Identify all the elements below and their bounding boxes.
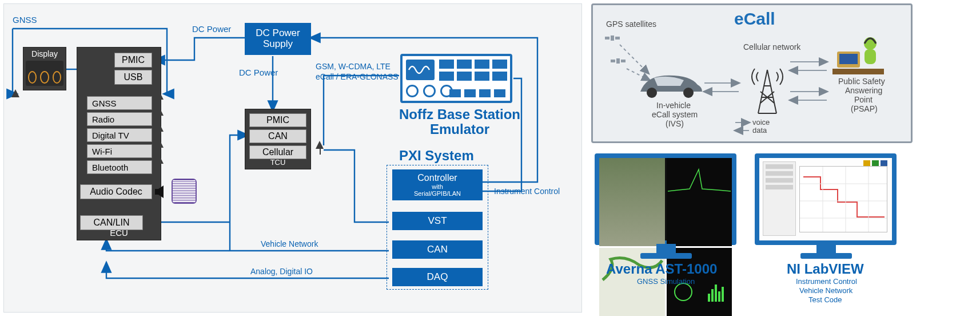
antenna-icon	[156, 92, 164, 100]
svg-rect-9	[839, 54, 858, 64]
bse-icon	[400, 54, 512, 103]
svg-rect-5	[616, 58, 620, 64]
pxi-title: PXI System	[399, 148, 474, 164]
tcu-can: CAN	[249, 129, 306, 143]
svg-rect-0	[605, 37, 609, 40]
ecall-psap-1: Public Safety	[838, 77, 885, 86]
ast-title: Averna AST-1000	[606, 261, 717, 277]
ast-monitor	[595, 153, 736, 245]
svg-rect-1	[615, 37, 620, 40]
ecu-gnss: GNSS	[87, 96, 152, 110]
ecu-dtv: Digital TV	[87, 128, 152, 142]
svg-rect-3	[611, 60, 615, 62]
ecu-usb: USB	[114, 70, 152, 85]
svg-rect-4	[621, 60, 626, 62]
ecu-wifi: Wi-Fi	[87, 144, 152, 158]
gauge-icon	[28, 71, 37, 84]
display-screen-icon	[26, 61, 63, 86]
pxi-vst: VST	[392, 212, 483, 230]
tcu-cell: Cellular	[249, 145, 306, 159]
gnss-label: GNSS	[13, 15, 37, 25]
audio-out-icon	[154, 184, 165, 199]
bse-modes-b: eCall / ERA-GLONASS	[316, 72, 399, 81]
speaker-icon	[172, 179, 197, 204]
labview-sub2: Vehicle Network	[799, 286, 852, 295]
bus-vn: Vehicle Network	[261, 239, 318, 248]
thumbnail-icon	[599, 158, 665, 246]
bse-modes-a: GSM, W-CDMA, LTE	[316, 62, 391, 71]
antenna-icon	[316, 141, 324, 149]
ecall-psap-3: Point	[854, 95, 873, 104]
dcps-line1: DC Power	[256, 28, 300, 39]
ast-sub: GNSS Simulation	[637, 277, 695, 286]
antenna-icon	[156, 108, 164, 116]
ecu-bt: Bluetooth	[87, 160, 152, 174]
dcps-line2: Supply	[263, 39, 293, 50]
pxi-controller-sub2: Serial/GPIB/LAN	[414, 190, 461, 197]
pxi-instr-label: Instrument Control	[494, 187, 560, 196]
dc-power-supply: DC Power Supply	[245, 23, 311, 55]
bse-title-1: Noffz Base Station	[399, 106, 520, 123]
ecall-voice: voice	[752, 118, 770, 127]
ecall-title: eCall	[734, 9, 775, 29]
spectrum-icon	[667, 158, 732, 246]
ecu-label: ECU	[77, 228, 161, 238]
cell-tower-icon	[750, 63, 784, 116]
ecu-audio: Audio Codec	[80, 184, 152, 199]
ecall-psap-2: Answering	[845, 86, 882, 95]
svg-rect-10	[832, 69, 884, 74]
tcu-label: TCU	[245, 158, 311, 167]
pxi-controller: Controller with Serial/GPIB/LAN	[392, 169, 483, 200]
pxi-daq: DAQ	[392, 268, 483, 286]
ecall-cell: Cellular network	[743, 42, 800, 52]
antenna-icon	[156, 140, 164, 148]
bus-aio: Analog, Digital IO	[250, 267, 313, 276]
svg-point-7	[683, 88, 694, 98]
psap-icon	[832, 31, 884, 76]
antenna-icon	[156, 156, 164, 164]
ecu-radio: Radio	[87, 112, 152, 126]
ecall-gps: GPS satellites	[606, 19, 656, 29]
gauge-icon	[53, 71, 61, 84]
bse-title-2: Emulator	[430, 121, 489, 137]
ecall-data: data	[752, 126, 767, 135]
dc-label-1: DC Power	[192, 24, 231, 34]
ecu-pmic: PMIC	[114, 53, 152, 68]
satellite-icon	[604, 32, 621, 45]
labview-monitor	[755, 153, 897, 245]
tcu-pmic: PMIC	[249, 113, 306, 127]
pxi-controller-label: Controller	[417, 173, 457, 183]
ecall-ivs1: In-vehicle	[656, 101, 691, 110]
labview-sub1: Instrument Control	[796, 277, 857, 286]
dc-label-2: DC Power	[239, 68, 278, 77]
pxi-can: CAN	[392, 240, 483, 259]
svg-point-6	[647, 88, 657, 98]
monitor-base-icon	[640, 253, 692, 259]
display-block: Display	[23, 47, 66, 90]
ecall-psap-4: (PSAP)	[851, 104, 878, 113]
labview-sub3: Test Code	[808, 295, 842, 304]
svg-rect-12	[865, 49, 876, 64]
gauge-icon	[40, 71, 49, 84]
ecall-ivs3: (IVS)	[666, 119, 684, 128]
antenna-icon	[156, 124, 164, 132]
pxi-controller-sub1: with	[432, 183, 443, 190]
display-title: Display	[23, 48, 66, 58]
step-plot-icon	[799, 166, 887, 232]
car-icon	[635, 69, 703, 101]
svg-rect-2	[611, 35, 614, 41]
antenna-icon	[11, 89, 19, 97]
ecall-ivs2: eCall system	[652, 110, 698, 119]
monitor-base-icon	[800, 253, 852, 259]
satellite-icon	[609, 55, 627, 68]
labview-title: NI LabVIEW	[787, 261, 864, 277]
